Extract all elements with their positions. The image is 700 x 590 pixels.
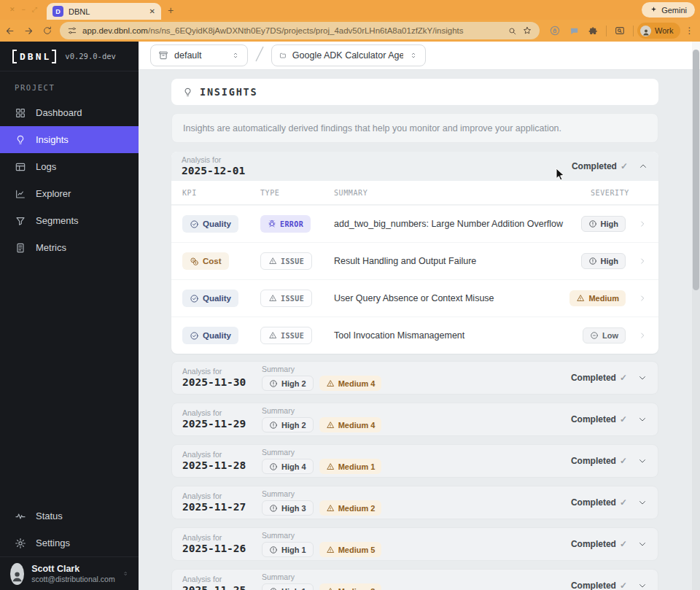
site-settings-icon[interactable] — [67, 26, 77, 36]
chart-icon — [15, 188, 26, 200]
page-title: INSIGHTS — [200, 86, 257, 98]
pulse-icon — [15, 511, 26, 522]
sidebar-item-status[interactable]: Status — [0, 502, 139, 529]
chevron-down-icon[interactable] — [637, 581, 648, 590]
page-description-card: Insights are automatically derived findi… — [171, 113, 658, 143]
back-button[interactable] — [0, 26, 19, 36]
user-name: Scott Clark — [31, 564, 115, 575]
project-value: Google ADK Calculator Agent Tutoria... — [292, 50, 403, 61]
select-caret-icon — [231, 51, 240, 60]
window-restore-icon[interactable]: ⤢ — [32, 5, 37, 14]
insight-row[interactable]: Cost ISSUE Result Handling and Output Fa… — [171, 242, 658, 279]
zoom-icon[interactable] — [508, 26, 517, 36]
sidebar-item-metrics[interactable]: Metrics — [0, 234, 139, 261]
status-badge: Completed✓ — [571, 539, 627, 549]
gemini-button[interactable]: Gemini — [642, 2, 695, 18]
browser-menu-icon[interactable]: ⋮ — [685, 26, 693, 36]
project-selector[interactable]: Google ADK Calculator Agent Tutoria... — [271, 44, 426, 66]
user-menu[interactable]: Scott Clark scott@distributional.com — [0, 556, 139, 590]
analysis-card-expanded: Analysis for 2025-12-01 Completed✓ KPI T… — [171, 152, 658, 354]
reload-button[interactable] — [38, 26, 57, 36]
chevron-right-icon[interactable] — [638, 220, 647, 228]
chevron-down-icon[interactable] — [637, 414, 648, 424]
window-minimize-icon[interactable]: − — [22, 5, 26, 14]
analysis-date: 2025-11-29 — [182, 418, 262, 430]
analysis-date: 2025-11-30 — [182, 376, 262, 389]
url-bar[interactable]: app.dev.dbnl.com/ns/ns_6EQyidK8jAwDXNth0… — [60, 22, 540, 39]
sidebar-item-insights[interactable]: Insights — [0, 126, 139, 153]
insight-summary: Result Handling and Output Failure — [334, 256, 582, 266]
extensions-puzzle-icon[interactable] — [583, 26, 602, 36]
sidebar: DBNL v0.29.0-dev PROJECT Dashboard Insig… — [0, 42, 139, 590]
profile-button[interactable]: Work — [637, 23, 680, 39]
sidebar-item-dashboard[interactable]: Dashboard — [0, 99, 139, 126]
analysis-header[interactable]: Analysis for 2025-12-01 Completed✓ — [171, 152, 658, 181]
summary-label: Summary — [262, 365, 381, 374]
exclamation-circle-icon — [269, 504, 278, 513]
high-count-badge: High 2 — [262, 376, 314, 391]
chevron-down-icon[interactable] — [637, 497, 648, 508]
medium-count-badge: Medium 4 — [319, 417, 382, 432]
analysis-card-collapsed[interactable]: Analysis for2025-11-30 Summary High 2 Me… — [171, 361, 658, 395]
namespace-box-icon — [158, 50, 168, 61]
analysis-card-collapsed[interactable]: Analysis for2025-11-25 Summary High 1 Me… — [171, 569, 658, 590]
app-window: DBNL v0.29.0-dev PROJECT Dashboard Insig… — [0, 42, 700, 590]
chevron-down-icon[interactable] — [637, 539, 648, 549]
forward-button[interactable] — [19, 26, 38, 36]
profile-label: Work — [655, 26, 673, 35]
select-caret-icon — [409, 51, 418, 60]
type-badge: ISSUE — [260, 327, 312, 344]
high-count-badge: High 4 — [262, 459, 314, 474]
sidebar-item-explorer[interactable]: Explorer — [0, 180, 139, 207]
tab-close-icon[interactable]: ✕ — [149, 7, 155, 15]
user-avatar — [10, 563, 24, 585]
insight-row[interactable]: Quality ERROR add_two_big_numbers: Large… — [171, 205, 658, 242]
scrollbar-thumb[interactable] — [693, 50, 699, 290]
analysis-card-collapsed[interactable]: Analysis for2025-11-26 Summary High 1 Me… — [171, 527, 658, 561]
insight-row[interactable]: Quality ISSUE Tool Invocation Mismanagem… — [171, 317, 658, 354]
browser-tab[interactable]: D DBNL ✕ — [47, 3, 161, 20]
tab-title: DBNL — [69, 7, 149, 16]
url-text[interactable]: app.dev.dbnl.com/ns/ns_6EQyidK8jAwDXNth0… — [82, 26, 502, 35]
type-badge: ISSUE — [260, 290, 312, 307]
sidebar-item-logs[interactable]: Logs — [0, 153, 139, 180]
scrollbar-track[interactable] — [692, 42, 700, 590]
sidebar-item-segments[interactable]: Segments — [0, 207, 139, 234]
warning-triangle-icon — [268, 331, 277, 340]
chevron-down-icon[interactable] — [637, 456, 648, 466]
insight-row[interactable]: Quality ISSUE User Query Absence or Cont… — [171, 279, 658, 317]
medium-count-badge: Medium 2 — [319, 500, 382, 516]
analysis-card-collapsed[interactable]: Analysis for2025-11-27 Summary High 3 Me… — [171, 486, 658, 519]
type-badge: ERROR — [260, 215, 311, 233]
kpi-badge: Quality — [182, 215, 238, 233]
chevron-down-icon[interactable] — [637, 373, 648, 383]
chevron-right-icon[interactable] — [638, 331, 647, 340]
chevron-right-icon[interactable] — [638, 257, 647, 265]
analysis-card-collapsed[interactable]: Analysis for2025-11-29 Summary High 2 Me… — [171, 403, 658, 436]
sidebar-item-label: Settings — [36, 537, 70, 548]
tab-favicon: D — [52, 6, 63, 17]
chevron-right-icon[interactable] — [638, 294, 647, 303]
chevron-up-icon[interactable] — [638, 161, 648, 171]
chat-extension-icon[interactable] — [564, 26, 583, 36]
analysis-for-label: Analysis for — [182, 533, 262, 543]
sparkle-icon — [650, 6, 658, 14]
sidebar-item-settings[interactable]: Settings — [0, 529, 139, 556]
tab-search-icon[interactable] — [610, 25, 629, 36]
medium-count-badge: Medium 3 — [319, 583, 382, 590]
window-controls[interactable]: ✕−⤢ — [9, 5, 37, 14]
new-tab-button[interactable]: + — [168, 4, 174, 16]
namespace-selector[interactable]: default — [150, 44, 248, 66]
analysis-card-collapsed[interactable]: Analysis for2025-11-28 Summary High 4 Me… — [171, 444, 658, 478]
analysis-for-label: Analysis for — [182, 492, 262, 501]
extension-lock-icon[interactable] — [545, 25, 564, 36]
insights-page: INSIGHTS Insights are automatically deri… — [139, 70, 658, 590]
bookmark-star-icon[interactable] — [522, 26, 532, 36]
url-domain: app.dev.dbnl.com — [82, 26, 148, 35]
logo-text: DBNL — [20, 51, 51, 62]
table-icon — [15, 161, 26, 173]
sidebar-item-label: Logs — [36, 161, 56, 172]
window-close-icon[interactable]: ✕ — [9, 5, 15, 14]
exclamation-circle-icon — [269, 546, 278, 554]
namespace-value: default — [174, 50, 202, 61]
